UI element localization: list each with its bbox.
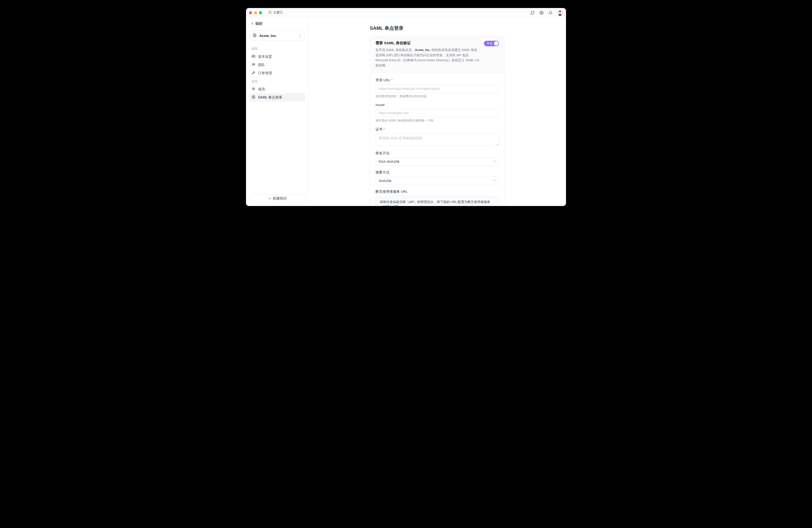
field-acs-url: 断言使用者服务 URL 请前往身份提供商（IdP）的管理后台，将下面的 URL … (376, 190, 499, 206)
svg-point-12 (253, 63, 254, 64)
breadcrumb-back[interactable]: 组织 (249, 21, 305, 28)
required-marker: * (391, 78, 392, 83)
toggle-on-label: 开启 (487, 42, 493, 45)
user-avatar[interactable] (557, 10, 563, 16)
new-org-button[interactable]: ＋ 新建组织 (249, 194, 305, 203)
settings-button[interactable] (538, 9, 545, 16)
card-header: 需要 SAML 身份验证 在开启 SAML 身份验证后，Acme, Inc. 组… (370, 36, 505, 73)
main-content: SAML 单点登录 需要 SAML 身份验证 在开启 SAML 身份验证后，Ac… (308, 17, 566, 206)
nav-label: 成员 (258, 87, 265, 91)
svg-rect-4 (255, 35, 256, 37)
new-org-label: 新建组织 (273, 196, 287, 201)
field-label: 证书 (376, 127, 382, 132)
field-digest-method: 摘要方法 SHA256 (376, 170, 499, 185)
zoom-window-dot[interactable] (259, 11, 262, 14)
refresh-button[interactable] (529, 9, 536, 16)
svg-point-17 (254, 88, 255, 88)
svg-point-0 (541, 12, 542, 13)
building-icon (253, 33, 257, 38)
field-label: 摘要方法 (376, 170, 390, 175)
saml-settings-card: 需要 SAML 身份验证 在开启 SAML 身份验证后，Acme, Inc. 组… (370, 36, 505, 206)
toggle-knob (494, 41, 498, 46)
team-icon (251, 62, 256, 67)
svg-point-14 (254, 64, 255, 64)
chevron-left-icon (250, 22, 254, 26)
section-general-label: 通用 (249, 45, 305, 53)
app-window: 主窗口 组织 (246, 8, 566, 206)
issuer-help: 通常是由 SAML 身份提供商生成的唯一 URL (376, 118, 499, 123)
login-url-input[interactable] (376, 85, 499, 93)
page-title: SAML 单点登录 (370, 25, 505, 31)
svg-rect-2 (560, 13, 561, 14)
acs-info-box: 请前往身份提供商（IdP）的管理后台，将下面的 URL 配置为断言使用者服务（A… (376, 196, 499, 206)
titlebar: 主窗口 (246, 8, 566, 17)
field-label: Issuer (376, 103, 385, 107)
nav-label: SAML 单点登录 (258, 95, 282, 100)
field-label: 签名方法 (376, 151, 390, 156)
field-login-url: 登录 URL* 成员登录组织时，将被重定向至此页面 (376, 78, 499, 99)
org-selector[interactable]: Acme, Inc. (249, 30, 305, 41)
svg-point-15 (254, 72, 254, 73)
acs-description: 请前往身份提供商（IdP）的管理后台，将下面的 URL 配置为断言使用者服务（A… (380, 200, 495, 206)
required-marker: * (383, 127, 385, 132)
field-signature-method: 签名方法 RSA-SHA256 (376, 151, 499, 166)
svg-point-16 (252, 88, 253, 88)
require-saml-desc: 在开启 SAML 身份验证后，Acme, Inc. 组织的成员必须通过 SAML… (376, 47, 480, 68)
chevron-sort-icon (299, 34, 302, 37)
id-card-icon (251, 54, 256, 59)
close-window-dot[interactable] (249, 11, 252, 14)
login-url-help: 成员登录组织时，将被重定向至此页面 (376, 94, 499, 99)
nav-members[interactable]: 成员 (249, 85, 305, 93)
svg-point-13 (252, 64, 253, 64)
require-saml-toggle[interactable]: 开启 (484, 41, 499, 46)
digest-method-select[interactable]: SHA256 (376, 177, 499, 185)
section-members-label: 成员 (249, 77, 305, 85)
org-name: Acme, Inc. (259, 34, 277, 38)
sso-icon (251, 95, 256, 100)
nav-team[interactable]: 团队 (249, 61, 305, 69)
rocket-icon (251, 71, 256, 75)
field-label: 断言使用者服务 URL (376, 190, 408, 194)
nav-saml-sso[interactable]: SAML 单点登录 (249, 93, 305, 102)
nav-label: 基本设置 (258, 55, 272, 59)
certificate-textarea[interactable] (376, 134, 499, 146)
nav-label: 团队 (258, 63, 265, 67)
window-controls (249, 11, 262, 14)
sidebar: 组织 Acme, Inc. 通用 基本设置 团队 (246, 17, 308, 206)
field-certificate: 证书* (376, 127, 499, 147)
field-issuer: Issuer 通常是由 SAML 身份提供商生成的唯一 URL (376, 103, 499, 123)
notifications-button[interactable] (547, 9, 554, 16)
minimize-window-dot[interactable] (254, 11, 257, 14)
nav-basic-settings[interactable]: 基本设置 (249, 53, 305, 61)
home-icon (268, 11, 272, 15)
svg-point-9 (253, 56, 253, 57)
main-window-pill[interactable]: 主窗口 (265, 10, 286, 16)
breadcrumb-label: 组织 (256, 21, 262, 26)
field-label: 登录 URL (376, 78, 390, 83)
nav-orders[interactable]: 订单管理 (249, 69, 305, 77)
users-icon (251, 87, 256, 91)
signature-method-select[interactable]: RSA-SHA256 (376, 158, 499, 166)
plus-icon: ＋ (268, 196, 271, 201)
issuer-input[interactable] (376, 109, 499, 117)
main-window-label: 主窗口 (273, 11, 283, 15)
require-saml-title: 需要 SAML 身份验证 (376, 41, 480, 45)
nav-label: 订单管理 (258, 71, 272, 75)
